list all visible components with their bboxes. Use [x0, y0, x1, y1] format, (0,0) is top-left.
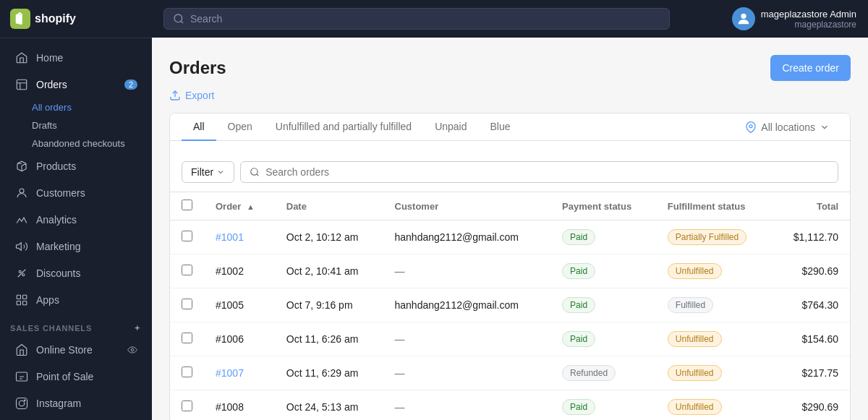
tab-all[interactable]: All [182, 113, 216, 141]
sidebar-item-products[interactable]: Products [4, 153, 148, 179]
order-customer: — [395, 367, 405, 379]
locations-filter[interactable]: All locations [736, 116, 838, 139]
order-customer-cell: — [383, 356, 551, 390]
row-checkbox-cell [170, 288, 204, 322]
svg-point-3 [22, 274, 25, 276]
sidebar-item-instagram-label: Instagram [36, 398, 81, 409]
order-id: #1005 [216, 299, 244, 311]
instagram-icon [14, 396, 29, 411]
sidebar-item-instagram[interactable]: Instagram [4, 390, 148, 416]
sidebar-subitem-abandoned[interactable]: Abandoned checkouts [0, 134, 152, 153]
tab-open[interactable]: Open [216, 113, 264, 141]
row-checkbox[interactable] [182, 367, 192, 377]
search-orders-input[interactable] [265, 166, 829, 178]
search-input[interactable] [190, 13, 660, 25]
table-row: #1007 Oct 11, 6:29 am — Refunded Unfulfi… [170, 356, 850, 390]
tab-blue[interactable]: Blue [479, 113, 522, 141]
export-icon [169, 90, 181, 101]
row-checkbox[interactable] [182, 333, 192, 343]
sidebar-item-marketing[interactable]: Marketing [4, 233, 148, 260]
table-header: Order ▲ Date Customer Payment status Ful… [170, 192, 850, 220]
svg-rect-4 [17, 295, 20, 299]
topbar: mageplazastore Admin mageplazastore [152, 0, 868, 38]
order-total-cell: $290.69 [773, 390, 850, 421]
sidebar-item-customers[interactable]: Customers [4, 180, 148, 206]
sidebar-item-orders[interactable]: Orders 2 [4, 72, 148, 98]
svg-point-8 [131, 348, 134, 351]
tabs: All Open Unfulfilled and partially fulfi… [182, 113, 522, 140]
eye-icon[interactable] [127, 345, 137, 355]
marketing-icon [14, 239, 29, 254]
row-checkbox[interactable] [182, 299, 192, 309]
order-date-cell: Oct 24, 5:13 am [275, 390, 383, 421]
fulfillment-status-badge: Unfulfilled [668, 331, 722, 347]
table-row: #1001 Oct 2, 10:12 am hanhdang2112@gmail… [170, 220, 850, 254]
sidebar-item-point-of-sale[interactable]: Point of Sale [4, 364, 148, 390]
filter-chevron-icon [216, 168, 225, 176]
payment-status-badge: Paid [562, 297, 595, 313]
table-row: #1002 Oct 2, 10:41 am — Paid Unfulfilled… [170, 254, 850, 288]
sidebar-item-discounts[interactable]: Discounts [4, 260, 148, 286]
order-total: $1,112.70 [793, 231, 838, 243]
row-checkbox[interactable] [182, 400, 192, 411]
order-payment-cell: Paid [550, 288, 656, 322]
order-date-cell: Oct 2, 10:12 am [275, 220, 383, 254]
order-total-cell: $217.75 [773, 356, 850, 390]
export-label: Export [185, 90, 214, 101]
order-id-cell: #1005 [204, 288, 275, 322]
order-id-cell: #1008 [204, 390, 275, 421]
order-customer-cell: — [383, 390, 551, 421]
table-toolbar: Filter [170, 153, 850, 192]
search-orders-box[interactable] [240, 161, 838, 183]
order-link[interactable]: #1001 [216, 231, 244, 243]
payment-status-badge: Refunded [562, 365, 616, 381]
order-total: $154.60 [801, 333, 838, 345]
sidebar-subitem-all-orders[interactable]: All orders [0, 98, 152, 116]
avatar [732, 7, 755, 30]
row-checkbox[interactable] [182, 265, 192, 275]
order-link[interactable]: #1007 [216, 367, 244, 379]
order-date: Oct 24, 5:13 am [286, 401, 359, 413]
order-customer: — [395, 265, 405, 277]
col-customer: Customer [383, 192, 551, 220]
filter-button[interactable]: Filter [182, 161, 234, 183]
sidebar-item-marketing-label: Marketing [36, 241, 80, 252]
sidebar-header: shopify [0, 0, 152, 38]
sidebar-item-online-store-label: Online Store [36, 344, 93, 356]
order-fulfillment-cell: Unfulfilled [656, 322, 773, 356]
search-box[interactable] [163, 8, 670, 30]
row-checkbox-cell [170, 356, 204, 390]
sidebar: shopify Home Orders 2 All orders Drafts … [0, 0, 152, 420]
select-all-checkbox[interactable] [182, 200, 192, 210]
add-sales-channel-icon[interactable]: ＋ [133, 322, 142, 333]
customers-icon [14, 186, 29, 200]
fulfillment-status-badge: Unfulfilled [668, 263, 722, 279]
select-all-header [170, 192, 204, 220]
export-row[interactable]: Export [169, 90, 851, 101]
sidebar-item-online-store[interactable]: Online Store [4, 337, 148, 363]
sidebar-subitem-drafts[interactable]: Drafts [0, 116, 152, 134]
svg-point-17 [741, 14, 746, 19]
order-customer-cell: — [383, 322, 551, 356]
sidebar-item-analytics[interactable]: Analytics [4, 207, 148, 233]
sidebar-item-analytics-label: Analytics [36, 214, 77, 226]
sidebar-item-apps[interactable]: Apps [4, 287, 148, 313]
payment-status-badge: Paid [562, 399, 595, 415]
tab-unpaid[interactable]: Unpaid [423, 113, 478, 141]
sales-channels-label: SALES CHANNELS [10, 324, 92, 333]
sidebar-nav: Home Orders 2 All orders Drafts Abandone… [0, 38, 152, 420]
shopify-logo[interactable]: shopify [10, 9, 76, 29]
svg-point-16 [174, 14, 182, 22]
order-payment-cell: Refunded [550, 356, 656, 390]
order-customer: hanhdang2112@gmail.com [395, 231, 519, 243]
create-order-button[interactable]: Create order [770, 55, 851, 81]
svg-point-12 [24, 400, 25, 401]
sidebar-item-home[interactable]: Home [4, 45, 148, 71]
order-fulfillment-cell: Unfulfilled [656, 390, 773, 421]
row-checkbox[interactable] [182, 231, 192, 241]
payment-status-badge: Paid [562, 263, 595, 279]
tab-unfulfilled[interactable]: Unfulfilled and partially fulfilled [264, 113, 423, 141]
sort-arrow-icon: ▲ [247, 202, 255, 211]
sidebar-item-buy-button[interactable]: Buy Button [4, 417, 148, 420]
orders-table-container: All Open Unfulfilled and partially fulfi… [169, 113, 851, 420]
